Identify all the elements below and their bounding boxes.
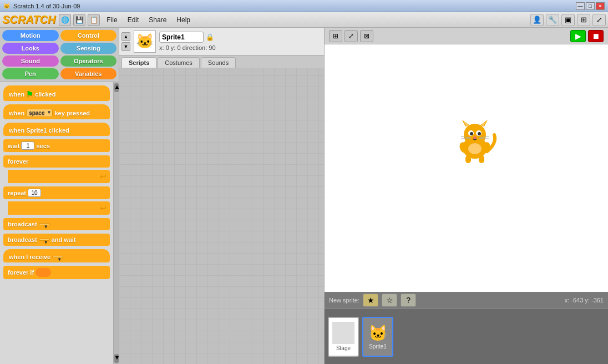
sprite-name-input[interactable] <box>159 32 204 43</box>
broadcast-wait-text: broadcast <box>8 236 37 243</box>
forever-if-bool <box>36 268 51 277</box>
stage-area[interactable] <box>325 44 608 292</box>
x-label: x: <box>159 44 166 51</box>
block-when-receive[interactable]: when I receive <box>3 249 110 262</box>
cat-motion[interactable]: Motion <box>2 30 59 41</box>
tab-sounds[interactable]: Sounds <box>201 57 236 68</box>
stage-thumb-img <box>332 322 354 344</box>
stop-button[interactable]: ⏹ <box>588 30 604 42</box>
block-when-flag[interactable]: when ⚑ clicked <box>3 85 110 101</box>
svg-point-1 <box>464 124 486 146</box>
go-button[interactable]: ▶ <box>570 30 586 42</box>
menu-right-icons: 👤 🔧 ▣ ⊞ ⤢ <box>530 14 606 26</box>
forever-text: forever <box>8 158 28 165</box>
cat-control[interactable]: Control <box>60 30 117 41</box>
menu-file[interactable]: File <box>102 15 121 25</box>
new-sprite-paint[interactable]: ★ <box>363 294 378 307</box>
close-button[interactable]: ✕ <box>596 2 605 10</box>
repeat-input[interactable]: 10 <box>28 189 41 197</box>
svg-point-9 <box>478 132 481 135</box>
block-broadcast[interactable]: broadcast <box>3 218 110 230</box>
sprite-nav: ▲ ▼ <box>121 32 130 51</box>
minimize-button[interactable]: — <box>576 2 585 10</box>
sprite-coords: x: 0 y: 0 direction: 90 <box>159 44 322 51</box>
wait-input[interactable]: 1 <box>21 141 34 150</box>
menu-icon-layout1[interactable]: ▣ <box>561 14 575 26</box>
block-forever-if[interactable]: forever if <box>3 266 110 279</box>
cat-sensing[interactable]: Sensing <box>60 43 117 54</box>
cat-looks[interactable]: Looks <box>2 43 59 54</box>
sprite1-thumb-icon: 🐱 <box>368 324 388 342</box>
scrollbar-up[interactable]: ▲ <box>114 83 119 92</box>
svg-point-8 <box>470 132 473 135</box>
menu-help[interactable]: Help <box>172 15 195 25</box>
menu-icon-expand[interactable]: ⤢ <box>592 14 606 26</box>
blocks-scrollbar[interactable]: ▲ ▼ <box>113 82 119 364</box>
sprite-nav-up[interactable]: ▲ <box>121 32 130 41</box>
sprite-nav-down[interactable]: ▼ <box>121 42 130 51</box>
menu-icon-layout2[interactable]: ⊞ <box>577 14 590 26</box>
x-value: 0 <box>166 44 169 51</box>
broadcast-wait-dropdown[interactable] <box>39 239 50 241</box>
menubar: SCRATCH 🌐 💾 📋 File Edit Share Help 👤 🔧 ▣… <box>0 12 608 28</box>
block-when-sprite-click[interactable]: when Sprite1 clicked <box>3 123 110 136</box>
sprite1-thumbnail[interactable]: 🐱 Sprite1 <box>362 317 393 357</box>
left-panel: Motion Control Looks Sensing Sound Opera… <box>0 28 119 364</box>
stage-thumbnail[interactable]: Stage <box>328 317 359 357</box>
forever-if-text: forever if <box>8 269 34 276</box>
menu-icon-tool[interactable]: 🔧 <box>546 14 559 26</box>
dir-label: direction: <box>183 44 209 51</box>
menu-icon-notes[interactable]: 📋 <box>88 14 100 26</box>
menu-share[interactable]: Share <box>144 15 171 25</box>
block-repeat-top[interactable]: repeat 10 <box>3 186 110 199</box>
block-forever-inner: ↩ <box>8 170 110 183</box>
cat-operators[interactable]: Operators <box>60 55 117 67</box>
y-value: 0 <box>177 44 180 51</box>
menu-icon-save[interactable]: 💾 <box>73 14 85 26</box>
main-area: Motion Control Looks Sensing Sound Opera… <box>0 28 608 364</box>
cat-pen[interactable]: Pen <box>2 68 59 79</box>
new-sprite-random[interactable]: ? <box>401 294 416 307</box>
titlebar-title: Scratch 1.4 of 30-Jun-09 <box>13 3 80 9</box>
sprites-tray: Stage 🐱 Sprite1 <box>325 309 608 364</box>
tab-costumes[interactable]: Costumes <box>158 57 200 68</box>
wait-secs-text: secs <box>36 143 49 149</box>
scrollbar-down[interactable]: ▼ <box>114 354 119 363</box>
menu-icon-globe[interactable]: 🌐 <box>59 14 71 26</box>
new-sprite-file[interactable]: ☆ <box>382 294 397 307</box>
titlebar-left: 🐱 Scratch 1.4 of 30-Jun-09 <box>3 3 80 9</box>
scratch-logo: SCRATCH <box>2 13 55 26</box>
title-icon: 🐱 <box>3 3 10 9</box>
broadcast-wait-text2: and wait <box>52 236 76 243</box>
menu-edit[interactable]: Edit <box>123 15 144 25</box>
script-tabs: Scripts Costumes Sounds <box>119 55 324 68</box>
categories-grid: Motion Control Looks Sensing Sound Opera… <box>0 28 119 82</box>
cat-variables[interactable]: Variables <box>60 68 117 79</box>
script-area[interactable] <box>119 68 324 364</box>
stage-thumb-label: Stage <box>336 345 351 351</box>
block-when-key[interactable]: when space key pressed <box>3 104 110 119</box>
block-wait-secs[interactable]: wait 1 secs <box>3 139 110 152</box>
key-dropdown[interactable]: space <box>26 109 53 117</box>
when-flag-text2: clicked <box>35 91 55 98</box>
block-forever-top[interactable]: forever <box>3 155 110 168</box>
when-key-text2: key pressed <box>54 110 90 117</box>
stage-ctrl-fullscreen[interactable]: ⤢ <box>344 30 358 42</box>
stage-ctrl-grid[interactable]: ⊞ <box>329 30 342 42</box>
sprite-details: 🔒 x: 0 y: 0 direction: 90 <box>159 32 322 51</box>
blocks-wrapper: when ⚑ clicked when space key pressed wh… <box>0 82 119 364</box>
block-broadcast-wait[interactable]: broadcast and wait <box>3 234 110 246</box>
sprite-thumbnail-icon: 🐱 <box>136 33 154 50</box>
stage-ctrl-expand[interactable]: ⊠ <box>360 30 373 42</box>
block-repeat-inner: ↩ <box>8 201 110 215</box>
broadcast-text: broadcast <box>8 221 37 228</box>
broadcast-dropdown[interactable] <box>39 223 50 225</box>
middle-panel: ▲ ▼ 🐱 🔒 x: 0 y: 0 direction: 90 <box>119 28 325 364</box>
menu-icon-user[interactable]: 👤 <box>530 14 544 26</box>
cat-sound[interactable]: Sound <box>2 55 59 67</box>
receive-dropdown[interactable] <box>52 256 63 258</box>
maximize-button[interactable]: □ <box>586 2 595 10</box>
block-repeat-group: repeat 10 ↩ <box>3 186 110 215</box>
sprite-name-row: 🔒 <box>159 32 322 43</box>
tab-scripts[interactable]: Scripts <box>121 57 156 68</box>
